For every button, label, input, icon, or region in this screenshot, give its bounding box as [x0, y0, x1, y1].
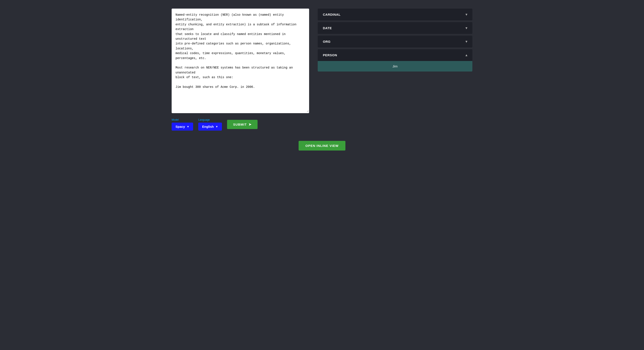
language-chevron-icon: ▼ [216, 125, 218, 128]
person-entry-jim: Jim [392, 64, 398, 68]
accordion-date: DATE ▾ [318, 22, 472, 34]
language-label: Language [198, 118, 222, 121]
accordion-date-label: DATE [323, 26, 332, 30]
language-value: English [202, 125, 214, 128]
main-container: Named-entity recognition (NER) (also kno… [172, 8, 472, 132]
accordion-org-header[interactable]: ORG ▾ [318, 36, 472, 47]
language-dropdown-button[interactable]: English ▼ [198, 123, 222, 131]
model-label: Model [172, 118, 193, 121]
left-panel: Named-entity recognition (NER) (also kno… [172, 8, 309, 132]
accordion-org: ORG ▾ [318, 36, 472, 47]
right-panel: CARDINAL ▾ DATE ▾ ORG ▾ PERSON ▴ [318, 8, 472, 71]
text-area-wrapper: Named-entity recognition (NER) (also kno… [172, 8, 309, 113]
accordion-person-body: Jim [318, 61, 472, 71]
accordion-cardinal-header[interactable]: CARDINAL ▾ [318, 8, 472, 20]
model-value: Spacy [176, 125, 185, 128]
accordion-date-header[interactable]: DATE ▾ [318, 22, 472, 34]
accordion-org-chevron: ▾ [466, 39, 468, 43]
model-dropdown-button[interactable]: Spacy ▼ [172, 123, 193, 131]
submit-arrow-icon: ➤ [248, 122, 252, 126]
accordion-person-header[interactable]: PERSON ▴ [318, 49, 472, 61]
accordion-person: PERSON ▴ Jim [318, 49, 472, 71]
language-dropdown-container: Language English ▼ [198, 118, 222, 131]
ner-text-input[interactable]: Named-entity recognition (NER) (also kno… [172, 9, 309, 112]
accordion-org-label: ORG [323, 40, 330, 43]
accordion-person-label: PERSON [323, 53, 337, 57]
open-inline-view-button[interactable]: OPEN INLINE VIEW [298, 141, 346, 151]
submit-button[interactable]: SUBMIT ➤ [227, 120, 258, 129]
accordion-person-chevron: ▴ [466, 53, 468, 57]
bottom-area: OPEN INLINE VIEW [172, 141, 472, 151]
model-dropdown-container: Model Spacy ▼ [172, 118, 193, 131]
submit-label: SUBMIT [233, 123, 247, 126]
open-inline-view-label: OPEN INLINE VIEW [306, 144, 338, 147]
accordion-cardinal-chevron: ▾ [466, 12, 468, 16]
controls-bar: Model Spacy ▼ Language English ▼ SUBMIT … [172, 117, 309, 132]
accordion-cardinal-label: CARDINAL [323, 13, 340, 16]
model-chevron-icon: ▼ [187, 125, 189, 128]
accordion-date-chevron: ▾ [466, 26, 468, 30]
accordion-cardinal: CARDINAL ▾ [318, 8, 472, 20]
